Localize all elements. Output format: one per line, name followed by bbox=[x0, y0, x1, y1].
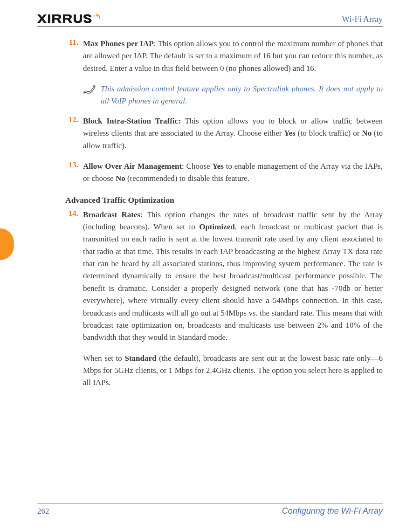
pencil-note-icon bbox=[83, 83, 101, 97]
item-title: Allow Over Air Management bbox=[83, 162, 182, 171]
note-text: This admission control feature applies o… bbox=[101, 83, 383, 107]
list-item-13: 13. Allow Over Air Management: Choose Ye… bbox=[65, 160, 383, 185]
header-title: Wi-Fi Array bbox=[342, 14, 383, 24]
item-title: Max Phones per IAP bbox=[83, 39, 154, 48]
xirrus-logo-icon bbox=[37, 13, 103, 24]
note-block: This admission control feature applies o… bbox=[83, 83, 383, 107]
item-sep: : bbox=[182, 162, 186, 171]
item-title: Block Intra-Station Traffic: bbox=[83, 117, 181, 125]
list-item-11: 11. Max Phones per IAP: This option allo… bbox=[65, 38, 383, 75]
item-number: 13. bbox=[65, 160, 83, 185]
item-14-para2: When set to Standard (the default), broa… bbox=[83, 352, 383, 389]
page-footer: 262 Configuring the Wi-Fi Array bbox=[37, 503, 383, 516]
item-body: Allow Over Air Management: Choose Yes to… bbox=[83, 160, 383, 185]
section-tab bbox=[0, 228, 14, 260]
item-text: This option changes the rates of broadca… bbox=[83, 210, 383, 342]
item-title: Broadcast Rates bbox=[83, 210, 140, 219]
svg-point-1 bbox=[94, 15, 95, 17]
item-body: Block Intra-Station Traffic: This option… bbox=[83, 115, 383, 152]
brand-logo bbox=[37, 13, 103, 24]
item-number: 12. bbox=[65, 115, 83, 152]
item-sep: : bbox=[140, 210, 147, 219]
section-heading: Advanced Traffic Optimization bbox=[65, 195, 383, 205]
item-number: 11. bbox=[65, 38, 83, 75]
item-number: 14. bbox=[65, 209, 83, 344]
footer-title: Configuring the Wi-Fi Array bbox=[282, 506, 383, 516]
page-header: Wi-Fi Array bbox=[37, 13, 383, 27]
item-body: Broadcast Rates: This option changes the… bbox=[83, 209, 383, 344]
item-body: Max Phones per IAP: This option allows y… bbox=[83, 38, 383, 75]
list-item-14: 14. Broadcast Rates: This option changes… bbox=[65, 209, 383, 344]
list-item-12: 12. Block Intra-Station Traffic: This op… bbox=[65, 115, 383, 152]
page-content: 11. Max Phones per IAP: This option allo… bbox=[37, 38, 383, 389]
page-number: 262 bbox=[37, 507, 49, 516]
svg-rect-0 bbox=[48, 14, 50, 23]
